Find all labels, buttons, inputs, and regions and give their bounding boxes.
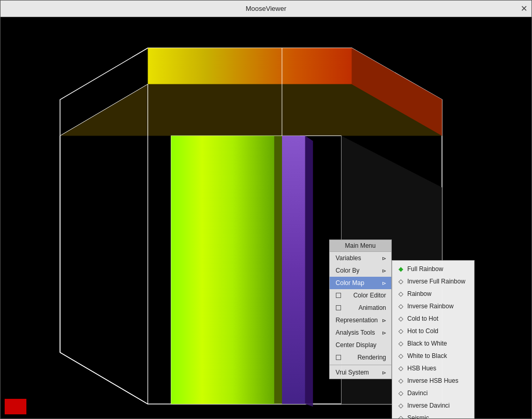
menu-item-animation-label: Animation (359, 304, 386, 311)
inverse-full-rainbow-icon: ◇ (398, 278, 403, 285)
rendering-checkbox (336, 355, 341, 360)
main-menu: Main Menu Variables ⊳ Color By ⊳ Color M… (329, 240, 392, 379)
davinci-label: Davinci (407, 390, 427, 397)
representation-arrow: ⊳ (382, 318, 386, 323)
colormap-item-inverse-hsb-hues[interactable]: ◇ Inverse HSB Hues (392, 375, 474, 387)
inverse-rainbow-label: Inverse Rainbow (407, 303, 453, 310)
menu-item-analysis-tools-label: Analysis Tools (336, 329, 375, 336)
full-rainbow-label: Full Rainbow (407, 265, 443, 273)
menu-item-color-by[interactable]: Color By ⊳ (330, 264, 391, 277)
cold-to-hot-icon: ◇ (398, 315, 403, 322)
cold-to-hot-label: Cold to Hot (407, 315, 438, 322)
variables-arrow: ⊳ (382, 256, 386, 261)
svg-marker-6 (171, 136, 274, 404)
menu-item-vrui-system-label: Vrui System (336, 369, 369, 376)
black-to-white-icon: ◇ (398, 340, 403, 347)
menu-separator (330, 365, 391, 365)
white-to-black-label: White to Black (407, 352, 447, 360)
color-editor-checkbox (336, 293, 341, 298)
content-area: Main Menu Variables ⊳ Color By ⊳ Color M… (1, 17, 531, 418)
colormap-item-cold-to-hot[interactable]: ◇ Cold to Hot (392, 312, 474, 325)
menu-header: Main Menu (330, 240, 391, 252)
svg-marker-8 (282, 136, 305, 404)
menu-item-color-editor-label: Color Editor (353, 292, 386, 299)
menu-item-center-display[interactable]: Center Display (330, 339, 391, 351)
title-bar: MooseViewer ✕ (1, 1, 531, 17)
menu-item-rendering-label: Rendering (358, 354, 386, 361)
color-by-arrow: ⊳ (382, 268, 386, 274)
hot-to-cold-icon: ◇ (398, 327, 403, 335)
colormap-item-inverse-davinci[interactable]: ◇ Inverse Davinci (392, 399, 474, 412)
hsb-hues-icon: ◇ (398, 365, 403, 372)
colormap-item-black-to-white[interactable]: ◇ Black to White (392, 337, 474, 350)
menu-item-color-editor[interactable]: Color Editor (330, 289, 391, 302)
menu-item-color-map[interactable]: Color Map ⊳ (330, 277, 391, 289)
colormap-item-full-rainbow[interactable]: ◆ Full Rainbow (392, 263, 474, 275)
colormap-item-seismic[interactable]: ◇ Seismic (392, 412, 474, 418)
colormap-item-hot-to-cold[interactable]: ◇ Hot to Cold (392, 325, 474, 337)
menu-item-animation[interactable]: Animation (330, 302, 391, 314)
red-indicator-box (5, 399, 26, 414)
seismic-icon: ◇ (398, 414, 403, 418)
seismic-label: Seismic (407, 414, 429, 418)
menu-item-rendering[interactable]: Rendering (330, 351, 391, 364)
vrui-system-arrow: ⊳ (382, 370, 386, 376)
inverse-davinci-label: Inverse Davinci (407, 402, 450, 409)
davinci-icon: ◇ (398, 390, 403, 397)
window-title: MooseViewer (246, 5, 287, 12)
color-map-arrow: ⊳ (382, 280, 386, 286)
hsb-hues-label: HSB Hues (407, 365, 436, 372)
animation-checkbox (336, 305, 341, 310)
menu-item-color-map-label: Color Map (336, 279, 364, 287)
white-to-black-icon: ◇ (398, 352, 403, 360)
window-frame: MooseViewer ✕ (0, 0, 532, 419)
colormap-item-inverse-full-rainbow[interactable]: ◇ Inverse Full Rainbow (392, 275, 474, 288)
inverse-full-rainbow-label: Inverse Full Rainbow (407, 278, 465, 285)
menu-item-variables[interactable]: Variables ⊳ (330, 252, 391, 264)
hot-to-cold-label: Hot to Cold (407, 327, 438, 335)
inverse-hsb-hues-label: Inverse HSB Hues (407, 377, 459, 384)
svg-marker-9 (305, 136, 313, 407)
menu-item-representation-label: Representation (336, 317, 378, 324)
colormap-item-hsb-hues[interactable]: ◇ HSB Hues (392, 362, 474, 375)
colormap-item-rainbow[interactable]: ◇ Rainbow (392, 288, 474, 300)
colormap-item-davinci[interactable]: ◇ Davinci (392, 387, 474, 399)
inverse-davinci-icon: ◇ (398, 402, 403, 409)
analysis-tools-arrow: ⊳ (382, 330, 386, 336)
colormap-submenu: ◆ Full Rainbow ◇ Inverse Full Rainbow ◇ … (392, 260, 475, 418)
inverse-hsb-hues-icon: ◇ (398, 377, 403, 384)
colormap-item-white-to-black[interactable]: ◇ White to Black (392, 350, 474, 362)
menu-item-analysis-tools[interactable]: Analysis Tools ⊳ (330, 326, 391, 339)
menu-item-representation[interactable]: Representation ⊳ (330, 314, 391, 326)
menu-item-variables-label: Variables (336, 255, 361, 262)
colormap-item-inverse-rainbow[interactable]: ◇ Inverse Rainbow (392, 300, 474, 312)
inverse-rainbow-icon: ◇ (398, 303, 403, 310)
full-rainbow-icon: ◆ (398, 265, 403, 273)
rainbow-label: Rainbow (407, 290, 432, 297)
menu-item-color-by-label: Color By (336, 267, 360, 274)
close-button[interactable]: ✕ (521, 5, 527, 13)
menu-item-vrui-system[interactable]: Vrui System ⊳ (330, 366, 391, 379)
menu-item-center-display-label: Center Display (336, 341, 377, 349)
rainbow-icon: ◇ (398, 290, 403, 297)
black-to-white-label: Black to White (407, 340, 447, 347)
